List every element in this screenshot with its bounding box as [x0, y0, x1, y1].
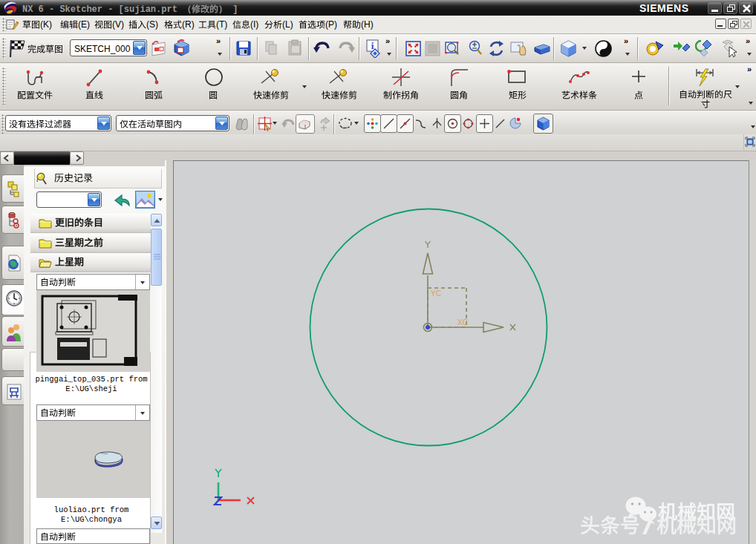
svg-text:XC: XC [457, 318, 468, 327]
svg-text:i: i [371, 40, 374, 51]
svg-text:YC: YC [431, 289, 441, 298]
